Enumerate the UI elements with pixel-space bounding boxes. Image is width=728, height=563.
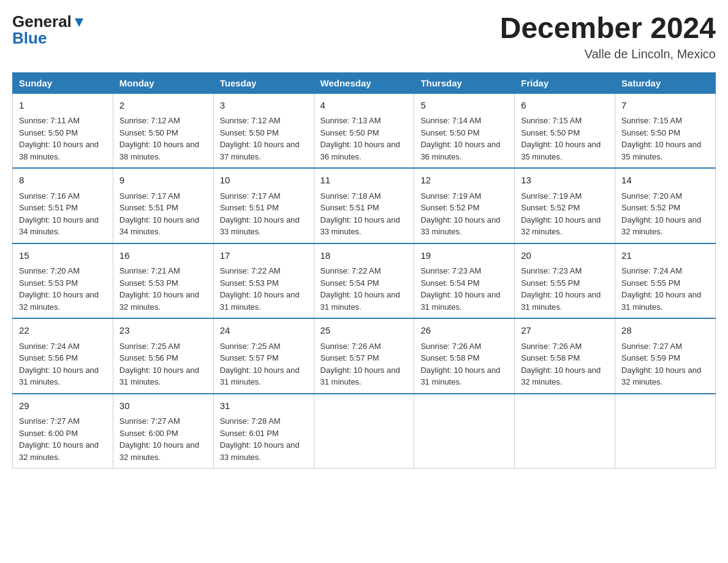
day-number: 27	[521, 324, 609, 338]
sunrise-label: Sunrise: 7:19 AM	[521, 191, 582, 201]
daylight-label: Daylight: 10 hours and 35 minutes.	[521, 140, 601, 161]
calendar-table: Sunday Monday Tuesday Wednesday Thursday…	[12, 72, 716, 469]
sunset-label: Sunset: 5:54 PM	[420, 278, 479, 288]
sunset-label: Sunset: 5:50 PM	[320, 128, 379, 137]
logo: General Blue	[12, 12, 86, 48]
sunset-label: Sunset: 5:50 PM	[19, 128, 78, 137]
day-number: 2	[119, 99, 207, 113]
table-row	[615, 394, 716, 469]
table-row: 9 Sunrise: 7:17 AM Sunset: 5:51 PM Dayli…	[113, 168, 213, 243]
table-row: 17 Sunrise: 7:22 AM Sunset: 5:53 PM Dayl…	[213, 243, 314, 319]
table-row: 30 Sunrise: 7:27 AM Sunset: 6:00 PM Dayl…	[113, 394, 213, 469]
day-number: 15	[19, 249, 107, 263]
sunset-label: Sunset: 5:50 PM	[521, 128, 580, 137]
page-header: General Blue December 2024 Valle de Linc…	[12, 12, 716, 61]
sunset-label: Sunset: 5:51 PM	[320, 203, 379, 212]
sunset-label: Sunset: 5:57 PM	[220, 353, 279, 362]
day-number: 11	[320, 174, 408, 188]
daylight-label: Daylight: 10 hours and 32 minutes.	[621, 215, 701, 237]
sunset-label: Sunset: 5:52 PM	[621, 203, 680, 212]
daylight-label: Daylight: 10 hours and 32 minutes.	[19, 440, 99, 462]
sunrise-label: Sunrise: 7:26 AM	[521, 342, 582, 351]
daylight-label: Daylight: 10 hours and 34 minutes.	[119, 215, 199, 237]
sunrise-label: Sunrise: 7:22 AM	[220, 266, 281, 275]
daylight-label: Daylight: 10 hours and 32 minutes.	[521, 366, 601, 387]
table-row: 12 Sunrise: 7:19 AM Sunset: 5:52 PM Dayl…	[414, 168, 515, 243]
day-number: 23	[119, 324, 207, 338]
daylight-label: Daylight: 10 hours and 31 minutes.	[19, 366, 99, 387]
daylight-label: Daylight: 10 hours and 38 minutes.	[19, 140, 99, 161]
sunrise-label: Sunrise: 7:25 AM	[220, 342, 281, 351]
table-row: 19 Sunrise: 7:23 AM Sunset: 5:54 PM Dayl…	[414, 243, 515, 319]
header-monday: Monday	[113, 72, 213, 93]
day-number: 30	[119, 399, 207, 413]
table-row: 4 Sunrise: 7:13 AM Sunset: 5:50 PM Dayli…	[314, 93, 414, 168]
calendar-week-row: 15 Sunrise: 7:20 AM Sunset: 5:53 PM Dayl…	[13, 243, 716, 319]
daylight-label: Daylight: 10 hours and 31 minutes.	[521, 290, 601, 312]
table-row: 20 Sunrise: 7:23 AM Sunset: 5:55 PM Dayl…	[515, 243, 615, 319]
daylight-label: Daylight: 10 hours and 31 minutes.	[320, 366, 400, 387]
table-row: 15 Sunrise: 7:20 AM Sunset: 5:53 PM Dayl…	[13, 243, 113, 319]
header-tuesday: Tuesday	[213, 72, 314, 93]
table-row: 23 Sunrise: 7:25 AM Sunset: 5:56 PM Dayl…	[113, 318, 213, 394]
sunset-label: Sunset: 5:50 PM	[119, 128, 178, 137]
sunrise-label: Sunrise: 7:23 AM	[420, 266, 481, 275]
day-number: 25	[320, 324, 408, 338]
table-row: 3 Sunrise: 7:12 AM Sunset: 5:50 PM Dayli…	[213, 93, 314, 168]
sunrise-label: Sunrise: 7:20 AM	[621, 191, 682, 201]
sunrise-label: Sunrise: 7:11 AM	[19, 116, 80, 125]
sunset-label: Sunset: 5:53 PM	[19, 278, 78, 288]
sunrise-label: Sunrise: 7:27 AM	[119, 416, 180, 426]
sunrise-label: Sunrise: 7:15 AM	[521, 116, 582, 125]
sunrise-label: Sunrise: 7:14 AM	[420, 116, 481, 125]
day-number: 13	[521, 174, 609, 188]
sunrise-label: Sunrise: 7:16 AM	[19, 191, 80, 201]
sunset-label: Sunset: 5:50 PM	[621, 128, 680, 137]
day-number: 3	[220, 99, 308, 113]
daylight-label: Daylight: 10 hours and 33 minutes.	[220, 215, 300, 237]
sunset-label: Sunset: 5:56 PM	[119, 353, 178, 362]
day-number: 1	[19, 99, 107, 113]
daylight-label: Daylight: 10 hours and 31 minutes.	[220, 366, 300, 387]
daylight-label: Daylight: 10 hours and 33 minutes.	[320, 215, 400, 237]
table-row: 22 Sunrise: 7:24 AM Sunset: 5:56 PM Dayl…	[13, 318, 113, 394]
table-row: 27 Sunrise: 7:26 AM Sunset: 5:58 PM Dayl…	[515, 318, 615, 394]
table-row: 21 Sunrise: 7:24 AM Sunset: 5:55 PM Dayl…	[615, 243, 716, 319]
day-number: 28	[621, 324, 709, 338]
table-row: 18 Sunrise: 7:22 AM Sunset: 5:54 PM Dayl…	[314, 243, 414, 319]
table-row: 7 Sunrise: 7:15 AM Sunset: 5:50 PM Dayli…	[615, 93, 716, 168]
sunset-label: Sunset: 5:55 PM	[521, 278, 580, 288]
daylight-label: Daylight: 10 hours and 31 minutes.	[119, 366, 199, 387]
calendar-week-row: 8 Sunrise: 7:16 AM Sunset: 5:51 PM Dayli…	[13, 168, 716, 243]
sunrise-label: Sunrise: 7:20 AM	[19, 266, 80, 275]
sunrise-label: Sunrise: 7:17 AM	[119, 191, 180, 201]
day-number: 22	[19, 324, 107, 338]
day-number: 6	[521, 99, 609, 113]
sunset-label: Sunset: 6:00 PM	[119, 429, 178, 438]
table-row: 10 Sunrise: 7:17 AM Sunset: 5:51 PM Dayl…	[213, 168, 314, 243]
daylight-label: Daylight: 10 hours and 31 minutes.	[621, 290, 701, 312]
day-number: 9	[119, 174, 207, 188]
day-number: 21	[621, 249, 709, 263]
daylight-label: Daylight: 10 hours and 32 minutes.	[521, 215, 601, 237]
table-row	[414, 394, 515, 469]
daylight-label: Daylight: 10 hours and 31 minutes.	[220, 290, 300, 312]
sunrise-label: Sunrise: 7:13 AM	[320, 116, 381, 125]
table-row: 5 Sunrise: 7:14 AM Sunset: 5:50 PM Dayli…	[414, 93, 515, 168]
sunset-label: Sunset: 5:59 PM	[621, 353, 680, 362]
day-number: 4	[320, 99, 408, 113]
sunset-label: Sunset: 5:53 PM	[220, 278, 279, 288]
sunset-label: Sunset: 5:56 PM	[19, 353, 78, 362]
sunset-label: Sunset: 5:50 PM	[420, 128, 479, 137]
day-number: 29	[19, 399, 107, 413]
day-number: 16	[119, 249, 207, 263]
daylight-label: Daylight: 10 hours and 32 minutes.	[119, 290, 199, 312]
calendar-week-row: 22 Sunrise: 7:24 AM Sunset: 5:56 PM Dayl…	[13, 318, 716, 394]
daylight-label: Daylight: 10 hours and 32 minutes.	[621, 366, 701, 387]
sunset-label: Sunset: 6:01 PM	[220, 429, 279, 438]
table-row: 2 Sunrise: 7:12 AM Sunset: 5:50 PM Dayli…	[113, 93, 213, 168]
sunrise-label: Sunrise: 7:19 AM	[420, 191, 481, 201]
sunset-label: Sunset: 5:51 PM	[19, 203, 78, 212]
day-number: 17	[220, 249, 308, 263]
calendar-subtitle: Valle de Lincoln, Mexico	[500, 47, 716, 61]
